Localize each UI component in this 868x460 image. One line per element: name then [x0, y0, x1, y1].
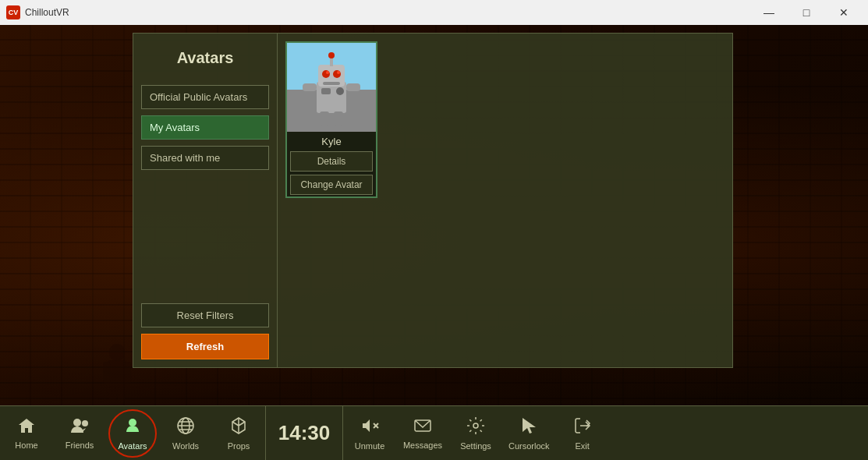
svg-rect-15	[303, 83, 317, 91]
app-title: ChilloutVR	[25, 7, 751, 18]
settings-icon	[466, 416, 485, 438]
main-panel: Avatars Official Public Avatars My Avata…	[133, 33, 733, 368]
avatar-thumbnail	[287, 43, 376, 132]
nav-bar: Home Friends Avatars	[0, 405, 868, 460]
unmute-icon	[360, 416, 379, 438]
panel-title: Avatars	[141, 41, 269, 79]
svg-rect-3	[123, 362, 131, 384]
svg-point-24	[82, 420, 88, 426]
svg-point-22	[336, 87, 344, 95]
window-controls: — □ ✕	[751, 0, 862, 25]
nav-friends-label: Friends	[66, 441, 94, 450]
nav-cursorlock-label: Cursorlock	[508, 441, 550, 451]
svg-point-23	[73, 419, 81, 426]
filter-shared-with-me[interactable]: Shared with me	[141, 146, 269, 170]
nav-avatars-label: Avatars	[118, 441, 147, 451]
close-button[interactable]: ✕	[826, 0, 862, 25]
nav-cursorlock[interactable]: Cursorlock	[502, 406, 556, 460]
avatars-icon	[123, 416, 142, 438]
avatar-details-button[interactable]: Details	[290, 151, 373, 172]
nav-unmute-label: Unmute	[355, 441, 385, 451]
nav-settings-label: Settings	[460, 441, 491, 451]
svg-rect-5	[118, 386, 125, 403]
svg-rect-4	[109, 386, 116, 403]
svg-point-34	[473, 423, 478, 428]
exit-icon	[573, 416, 592, 438]
nav-exit-label: Exit	[575, 441, 589, 451]
svg-point-11	[333, 70, 341, 78]
left-sidebar: Avatars Official Public Avatars My Avata…	[133, 34, 278, 367]
svg-rect-21	[321, 88, 331, 94]
svg-point-25	[129, 419, 136, 426]
friends-icon	[70, 417, 89, 437]
nav-worlds-label: Worlds	[172, 441, 199, 451]
worlds-icon	[176, 416, 195, 438]
svg-rect-17	[320, 111, 329, 126]
nav-messages[interactable]: Messages	[396, 406, 449, 460]
nav-props[interactable]: Props	[212, 406, 265, 460]
user-silhouette	[101, 343, 133, 405]
avatar-card: Kyle Details Change Avatar	[285, 41, 377, 198]
filter-official-public[interactable]: Official Public Avatars	[141, 85, 269, 109]
nav-home[interactable]: Home	[0, 406, 53, 460]
nav-avatars[interactable]: Avatars	[106, 406, 159, 460]
content-area: Kyle Details Change Avatar	[278, 34, 732, 367]
nav-messages-label: Messages	[403, 441, 442, 450]
refresh-button[interactable]: Refresh	[141, 334, 269, 359]
nav-friends[interactable]: Friends	[53, 406, 106, 460]
clock-display: 14:30	[265, 406, 343, 460]
nav-exit[interactable]: Exit	[556, 406, 609, 460]
svg-rect-16	[346, 83, 360, 91]
svg-rect-2	[103, 362, 111, 384]
svg-point-20	[328, 52, 335, 58]
svg-point-10	[322, 70, 330, 78]
svg-marker-35	[523, 418, 536, 433]
nav-home-label: Home	[15, 441, 37, 450]
minimize-button[interactable]: —	[751, 0, 787, 25]
nav-settings[interactable]: Settings	[449, 406, 502, 460]
svg-point-12	[326, 71, 329, 74]
nav-unmute[interactable]: Unmute	[343, 406, 396, 460]
avatar-change-button[interactable]: Change Avatar	[290, 175, 373, 195]
svg-point-0	[109, 344, 125, 361]
avatar-name: Kyle	[321, 132, 341, 150]
maximize-button[interactable]: □	[788, 0, 824, 25]
sidebar-spacer	[141, 176, 269, 297]
svg-rect-14	[323, 82, 340, 85]
filter-my-avatars[interactable]: My Avatars	[141, 115, 269, 140]
cursorlock-icon	[520, 416, 537, 438]
reset-filters-button[interactable]: Reset Filters	[141, 303, 269, 327]
messages-icon	[413, 417, 432, 437]
svg-rect-18	[334, 111, 343, 126]
props-icon	[229, 416, 248, 438]
home-icon	[17, 417, 36, 437]
nav-worlds[interactable]: Worlds	[159, 406, 212, 460]
titlebar: CV ChilloutVR — □ ✕	[0, 0, 868, 25]
nav-props-label: Props	[228, 441, 250, 451]
svg-point-13	[337, 71, 340, 74]
app-icon: CV	[6, 5, 20, 19]
